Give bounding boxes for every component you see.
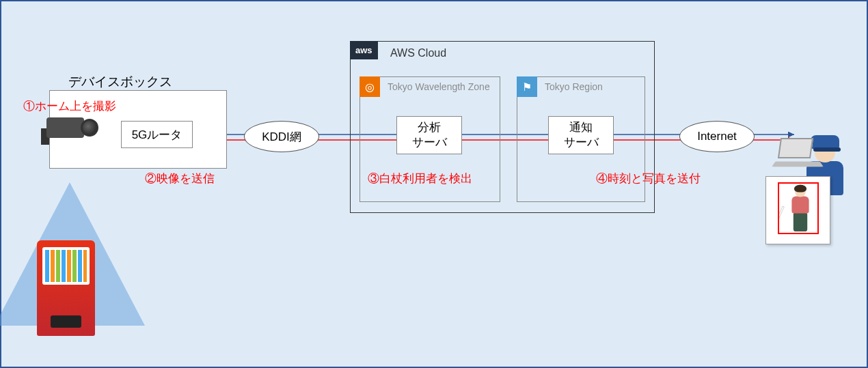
detected-person-icon	[786, 186, 815, 234]
router-label: 5Gルータ	[132, 127, 182, 143]
internet-label: Internet	[697, 130, 737, 143]
detection-photo	[765, 176, 830, 244]
vending-machine-icon	[37, 240, 95, 336]
notify-server-l2: サーバ	[564, 135, 599, 150]
analysis-server-l1: 分析	[418, 120, 441, 135]
region-flag-icon: ⚑	[517, 76, 537, 97]
analysis-server-l2: サーバ	[412, 135, 447, 150]
architecture-diagram: デバイスボックス ①ホーム上を撮影 5Gルータ ②映像を送信 KDDI網 aws…	[0, 0, 868, 368]
notify-server-l1: 通知	[569, 120, 593, 135]
aws-cloud-label: AWS Cloud	[390, 47, 446, 59]
laptop-icon	[774, 138, 822, 168]
camera-icon	[41, 111, 103, 145]
device-box-title: デバイスボックス	[68, 73, 172, 91]
internet-ellipse: Internet	[679, 121, 755, 152]
step-3-label: ③白杖利用者を検出	[368, 171, 472, 186]
detection-bbox	[778, 182, 819, 234]
notify-server: 通知 サーバ	[548, 116, 614, 154]
tokyo-region-label: Tokyo Region	[545, 81, 603, 92]
kddi-label: KDDI網	[262, 129, 301, 145]
wavelength-icon: ◎	[360, 76, 380, 97]
wavelength-zone-label: Tokyo Wavelength Zone	[388, 81, 490, 92]
analysis-server: 分析 サーバ	[396, 116, 462, 154]
aws-logo-icon: aws	[350, 41, 378, 59]
step-4-label: ④時刻と写真を送付	[596, 171, 701, 186]
step-2-label: ②映像を送信	[145, 171, 215, 186]
kddi-network: KDDI網	[244, 121, 319, 152]
router-box: 5Gルータ	[121, 121, 193, 148]
